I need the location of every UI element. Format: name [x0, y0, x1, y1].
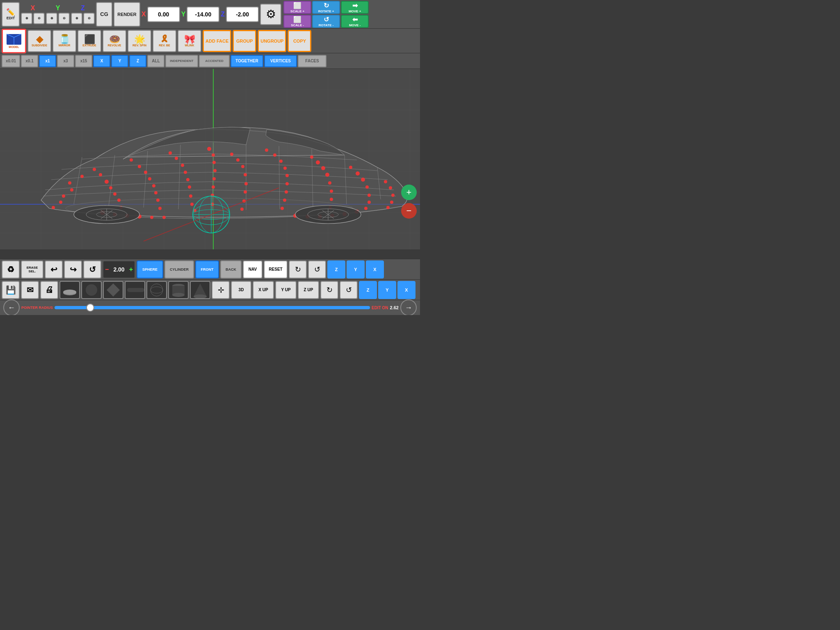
- nav-left-button[interactable]: ←: [3, 299, 20, 315]
- move-minus-button[interactable]: ⬅ MOVE -: [341, 15, 369, 28]
- undo-button[interactable]: ↩: [45, 260, 63, 278]
- y-neg-arrow[interactable]: ⊖: [58, 13, 70, 24]
- view-x-button[interactable]: X: [366, 260, 384, 278]
- save-button[interactable]: 💾: [2, 281, 20, 299]
- vertices-button[interactable]: VERTICES: [264, 55, 297, 67]
- together-button[interactable]: TOGETHER: [231, 55, 263, 67]
- axis-all-button[interactable]: ALL: [147, 55, 164, 67]
- extrude-button[interactable]: ⬛ EXTRUDE: [78, 30, 101, 52]
- axis-y-button[interactable]: Y: [111, 55, 128, 67]
- add-face-button[interactable]: ADD FACE: [203, 30, 231, 52]
- y-coord-input[interactable]: [187, 7, 219, 22]
- render-button[interactable]: RENDER: [114, 2, 140, 27]
- back-button[interactable]: BACK: [220, 260, 242, 278]
- rot-yz2-button[interactable]: ↺: [340, 281, 358, 299]
- y-pos-arrow[interactable]: ⊕: [46, 13, 57, 24]
- model-button[interactable]: MODEL: [2, 29, 26, 53]
- z-coord-label: Z: [221, 11, 225, 18]
- rotate-plus-button[interactable]: ↻ ROTATE +: [312, 1, 340, 14]
- view-x2-button[interactable]: X: [397, 281, 415, 299]
- z-neg-arrow[interactable]: ⊖: [83, 13, 95, 24]
- svg-point-107: [364, 207, 368, 210]
- view-y-button[interactable]: Y: [347, 260, 365, 278]
- undo2-button[interactable]: ↪: [64, 260, 82, 278]
- x-neg-arrow[interactable]: ⊖: [33, 13, 45, 24]
- svg-point-136: [86, 284, 97, 296]
- view-z-button[interactable]: Z: [327, 260, 345, 278]
- rot-xz-button[interactable]: ↻: [289, 260, 307, 278]
- move-arrows-button[interactable]: ⊹: [212, 281, 230, 299]
- recycle-button[interactable]: ♻: [2, 260, 20, 278]
- rot-yz-button[interactable]: ↺: [308, 260, 326, 278]
- rot-xz2-button[interactable]: ↻: [320, 281, 338, 299]
- reset-button[interactable]: RESET: [264, 260, 288, 278]
- independent-button[interactable]: INDEPENDENT: [165, 55, 198, 67]
- shape-cone-btn[interactable]: [190, 281, 210, 299]
- z-pos-arrow[interactable]: ⊕: [71, 13, 82, 24]
- subdivide-button[interactable]: ◆ SUBDIVIDE: [27, 30, 51, 52]
- scale-minus-button[interactable]: ⬜ SCALE -: [283, 15, 311, 28]
- scale-x01-button[interactable]: x0.1: [21, 55, 38, 67]
- erase-sel-button[interactable]: ERASESEL.: [21, 260, 43, 278]
- settings-button[interactable]: ⚙: [260, 4, 281, 25]
- scale-plus-icon: ⬜: [293, 2, 301, 9]
- shape-circle-btn[interactable]: [81, 281, 102, 299]
- shape-diamond-btn[interactable]: [103, 281, 123, 299]
- move-plus-button[interactable]: ➡ MOVE +: [341, 1, 369, 14]
- print-button[interactable]: 🖨: [40, 281, 58, 299]
- zoom-in-button[interactable]: +: [401, 185, 417, 200]
- viewport-canvas[interactable]: [0, 69, 420, 249]
- email-button[interactable]: ✉: [21, 281, 39, 299]
- bottom-toolbar: ♻ ERASESEL. ↩ ↪ ↺ − 2.00 + SPHERE CYLI: [0, 259, 420, 315]
- rev-spin-button[interactable]: 🌟 REV. SPIN: [128, 30, 151, 52]
- rotate-minus-button[interactable]: ↺ ROTATE -: [312, 15, 340, 28]
- scale-x1-button[interactable]: x1: [39, 55, 56, 67]
- view-3d-button[interactable]: 3D: [231, 281, 251, 299]
- y-up-button[interactable]: Y UP: [275, 281, 297, 299]
- wlink-button[interactable]: 🎀 WLINK: [178, 30, 201, 52]
- svg-point-96: [325, 173, 329, 177]
- cg-button[interactable]: CG: [96, 2, 112, 27]
- shape-capsule-btn[interactable]: [125, 281, 145, 299]
- scale-plus-button[interactable]: ⬜ SCALE +: [283, 1, 311, 14]
- cylinder-button[interactable]: CYLINDER: [164, 260, 194, 278]
- zoom-out-button[interactable]: −: [401, 203, 417, 219]
- shape-cylinder-btn[interactable]: [168, 281, 189, 299]
- nav-right-button[interactable]: →: [400, 299, 417, 315]
- scale-x15-button[interactable]: x15: [75, 55, 92, 67]
- axis-x-button[interactable]: X: [93, 55, 110, 67]
- viewport[interactable]: + −: [0, 69, 420, 249]
- redo-button[interactable]: ↺: [83, 260, 101, 278]
- svg-point-54: [190, 203, 194, 206]
- independent-label: INDEPENDENT: [170, 59, 193, 63]
- x-pos-arrow[interactable]: ⊕: [21, 13, 32, 24]
- mirror-button[interactable]: 🫙 MIRROR: [52, 30, 76, 52]
- z-up-button[interactable]: Z UP: [298, 281, 319, 299]
- z-coord-input[interactable]: [226, 7, 259, 22]
- x-coord-input[interactable]: [147, 7, 180, 22]
- revolve-button[interactable]: 🍩 REVOLVE: [103, 30, 126, 52]
- sphere-button[interactable]: SPHERE: [137, 260, 163, 278]
- group-button[interactable]: GROUP: [233, 30, 256, 52]
- y-coord-label: Y: [181, 11, 186, 18]
- ungroup-button[interactable]: UNGROUP: [258, 30, 286, 52]
- edit-button[interactable]: ✏️ EDIT: [2, 2, 20, 27]
- pointer-radius-slider[interactable]: [55, 306, 370, 309]
- value-input[interactable]: − 2.00 +: [103, 260, 135, 278]
- copy-button[interactable]: COPY: [288, 30, 311, 52]
- view-z2-button[interactable]: Z: [359, 281, 377, 299]
- x-up-button[interactable]: X UP: [253, 281, 274, 299]
- accented-button[interactable]: ACCENTED: [199, 55, 230, 67]
- front-button[interactable]: FRONT: [195, 260, 219, 278]
- save-icon: 💾: [6, 285, 16, 295]
- axis-z-button[interactable]: Z: [129, 55, 146, 67]
- view-y2-button[interactable]: Y: [378, 281, 396, 299]
- shape-sphere-btn[interactable]: [146, 281, 167, 299]
- faces-button[interactable]: FACES: [298, 55, 326, 67]
- shape-flat-btn[interactable]: [59, 281, 80, 299]
- nav-button[interactable]: NAV: [243, 260, 262, 278]
- scale-x001-button[interactable]: x0.01: [2, 55, 20, 67]
- rev-be-button[interactable]: 🎗 REV. BE: [153, 30, 176, 52]
- scale-x3-button[interactable]: x3: [57, 55, 74, 67]
- ungroup-label: UNGROUP: [260, 39, 283, 43]
